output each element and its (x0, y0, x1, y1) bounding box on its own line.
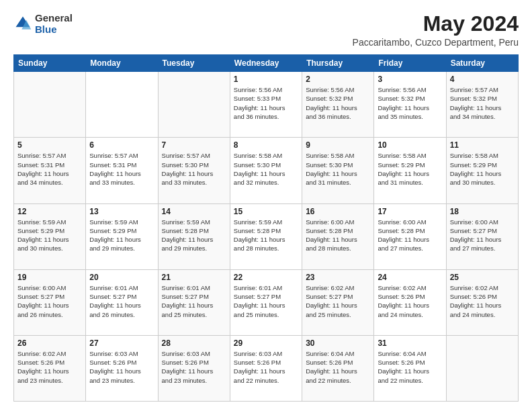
day-info: Sunrise: 5:57 AM Sunset: 5:32 PM Dayligh… (450, 85, 515, 121)
calendar-cell: 14Sunrise: 5:59 AM Sunset: 5:28 PM Dayli… (158, 203, 230, 269)
day-number: 27 (89, 338, 154, 348)
day-number: 14 (162, 207, 226, 216)
calendar-header-friday: Friday (374, 55, 446, 72)
calendar-cell: 13Sunrise: 5:59 AM Sunset: 5:29 PM Dayli… (86, 203, 158, 269)
day-number: 29 (234, 338, 298, 348)
title-area: May 2024 Paccaritambo, Cuzco Department,… (353, 12, 519, 48)
day-info: Sunrise: 6:01 AM Sunset: 5:27 PM Dayligh… (89, 283, 154, 319)
day-number: 7 (162, 140, 226, 150)
day-number: 22 (234, 273, 298, 282)
day-number: 2 (306, 75, 370, 84)
calendar-cell: 29Sunrise: 6:03 AM Sunset: 5:26 PM Dayli… (230, 335, 302, 401)
day-number: 20 (89, 273, 154, 282)
day-number: 24 (378, 273, 442, 282)
day-info: Sunrise: 6:01 AM Sunset: 5:27 PM Dayligh… (162, 283, 226, 319)
day-number: 16 (306, 207, 370, 216)
day-number: 30 (306, 338, 370, 348)
day-info: Sunrise: 5:58 AM Sunset: 5:30 PM Dayligh… (234, 151, 298, 187)
day-number: 23 (306, 273, 370, 282)
day-info: Sunrise: 6:02 AM Sunset: 5:26 PM Dayligh… (450, 283, 515, 319)
calendar-header-thursday: Thursday (302, 55, 374, 72)
day-info: Sunrise: 5:59 AM Sunset: 5:28 PM Dayligh… (234, 218, 298, 253)
day-number: 4 (450, 75, 515, 84)
main-title: May 2024 (353, 12, 519, 36)
day-info: Sunrise: 6:03 AM Sunset: 5:26 PM Dayligh… (234, 349, 298, 385)
day-number: 15 (234, 207, 298, 216)
day-info: Sunrise: 5:56 AM Sunset: 5:33 PM Dayligh… (234, 85, 298, 121)
day-number: 26 (17, 338, 82, 348)
calendar-cell: 16Sunrise: 6:00 AM Sunset: 5:28 PM Dayli… (302, 203, 374, 269)
calendar-cell: 21Sunrise: 6:01 AM Sunset: 5:27 PM Dayli… (158, 269, 230, 335)
calendar-week-2: 5Sunrise: 5:57 AM Sunset: 5:31 PM Daylig… (14, 138, 519, 203)
header: General Blue May 2024 Paccaritambo, Cuzc… (13, 12, 519, 48)
day-info: Sunrise: 6:02 AM Sunset: 5:26 PM Dayligh… (17, 349, 82, 385)
calendar-cell: 18Sunrise: 6:00 AM Sunset: 5:27 PM Dayli… (446, 203, 518, 269)
day-info: Sunrise: 6:00 AM Sunset: 5:27 PM Dayligh… (450, 218, 515, 253)
calendar-cell: 30Sunrise: 6:04 AM Sunset: 5:26 PM Dayli… (302, 335, 374, 401)
calendar-header-tuesday: Tuesday (158, 55, 230, 72)
calendar-header-monday: Monday (86, 55, 158, 72)
calendar-cell: 12Sunrise: 5:59 AM Sunset: 5:29 PM Dayli… (14, 203, 86, 269)
calendar-header-saturday: Saturday (446, 55, 518, 72)
day-number: 12 (17, 207, 82, 216)
day-info: Sunrise: 5:56 AM Sunset: 5:32 PM Dayligh… (306, 85, 370, 121)
calendar-cell: 5Sunrise: 5:57 AM Sunset: 5:31 PM Daylig… (14, 138, 86, 203)
calendar-week-1: 1Sunrise: 5:56 AM Sunset: 5:33 PM Daylig… (14, 72, 519, 138)
calendar-cell: 31Sunrise: 6:04 AM Sunset: 5:26 PM Dayli… (374, 335, 446, 401)
day-number: 21 (162, 273, 226, 282)
day-number: 28 (162, 338, 226, 348)
calendar-cell: 23Sunrise: 6:02 AM Sunset: 5:27 PM Dayli… (302, 269, 374, 335)
day-info: Sunrise: 5:57 AM Sunset: 5:31 PM Dayligh… (89, 151, 154, 187)
logo: General Blue (13, 12, 73, 36)
day-info: Sunrise: 6:04 AM Sunset: 5:26 PM Dayligh… (378, 349, 442, 385)
day-info: Sunrise: 6:03 AM Sunset: 5:26 PM Dayligh… (162, 349, 226, 385)
calendar-cell: 1Sunrise: 5:56 AM Sunset: 5:33 PM Daylig… (230, 72, 302, 138)
calendar-cell: 11Sunrise: 5:58 AM Sunset: 5:29 PM Dayli… (446, 138, 518, 203)
day-number: 25 (450, 273, 515, 282)
day-info: Sunrise: 6:03 AM Sunset: 5:26 PM Dayligh… (89, 349, 154, 385)
calendar-header-sunday: Sunday (14, 55, 86, 72)
calendar-cell: 20Sunrise: 6:01 AM Sunset: 5:27 PM Dayli… (86, 269, 158, 335)
calendar-cell: 6Sunrise: 5:57 AM Sunset: 5:31 PM Daylig… (86, 138, 158, 203)
logo-general: General (35, 12, 73, 24)
calendar-cell: 9Sunrise: 5:58 AM Sunset: 5:30 PM Daylig… (302, 138, 374, 203)
calendar-cell (158, 72, 230, 138)
calendar-cell (14, 72, 86, 138)
day-number: 1 (234, 75, 298, 84)
subtitle: Paccaritambo, Cuzco Department, Peru (353, 37, 519, 48)
calendar-cell: 10Sunrise: 5:58 AM Sunset: 5:29 PM Dayli… (374, 138, 446, 203)
calendar-cell: 22Sunrise: 6:01 AM Sunset: 5:27 PM Dayli… (230, 269, 302, 335)
calendar-cell (446, 335, 518, 401)
day-info: Sunrise: 5:59 AM Sunset: 5:29 PM Dayligh… (89, 218, 154, 253)
day-info: Sunrise: 5:58 AM Sunset: 5:30 PM Dayligh… (306, 151, 370, 187)
day-number: 8 (234, 140, 298, 150)
day-info: Sunrise: 5:56 AM Sunset: 5:32 PM Dayligh… (378, 85, 442, 121)
day-number: 17 (378, 207, 442, 216)
calendar-header-row: SundayMondayTuesdayWednesdayThursdayFrid… (14, 55, 519, 72)
day-number: 31 (378, 338, 442, 348)
day-info: Sunrise: 6:04 AM Sunset: 5:26 PM Dayligh… (306, 349, 370, 385)
day-number: 18 (450, 207, 515, 216)
calendar-week-3: 12Sunrise: 5:59 AM Sunset: 5:29 PM Dayli… (14, 203, 519, 269)
calendar-cell (86, 72, 158, 138)
logo-icon (13, 14, 32, 33)
day-number: 3 (378, 75, 442, 84)
day-info: Sunrise: 5:58 AM Sunset: 5:29 PM Dayligh… (450, 151, 515, 187)
logo-text: General Blue (35, 12, 73, 36)
calendar-cell: 17Sunrise: 6:00 AM Sunset: 5:28 PM Dayli… (374, 203, 446, 269)
calendar-week-4: 19Sunrise: 6:00 AM Sunset: 5:27 PM Dayli… (14, 269, 519, 335)
calendar-cell: 26Sunrise: 6:02 AM Sunset: 5:26 PM Dayli… (14, 335, 86, 401)
calendar-table: SundayMondayTuesdayWednesdayThursdayFrid… (13, 54, 519, 402)
day-info: Sunrise: 6:02 AM Sunset: 5:27 PM Dayligh… (306, 283, 370, 319)
calendar-cell: 25Sunrise: 6:02 AM Sunset: 5:26 PM Dayli… (446, 269, 518, 335)
calendar-cell: 27Sunrise: 6:03 AM Sunset: 5:26 PM Dayli… (86, 335, 158, 401)
day-number: 10 (378, 140, 442, 150)
calendar-cell: 4Sunrise: 5:57 AM Sunset: 5:32 PM Daylig… (446, 72, 518, 138)
day-number: 11 (450, 140, 515, 150)
day-number: 5 (17, 140, 82, 150)
day-info: Sunrise: 5:58 AM Sunset: 5:29 PM Dayligh… (378, 151, 442, 187)
calendar-week-5: 26Sunrise: 6:02 AM Sunset: 5:26 PM Dayli… (14, 335, 519, 401)
calendar-cell: 3Sunrise: 5:56 AM Sunset: 5:32 PM Daylig… (374, 72, 446, 138)
day-number: 6 (89, 140, 154, 150)
calendar-cell: 24Sunrise: 6:02 AM Sunset: 5:26 PM Dayli… (374, 269, 446, 335)
